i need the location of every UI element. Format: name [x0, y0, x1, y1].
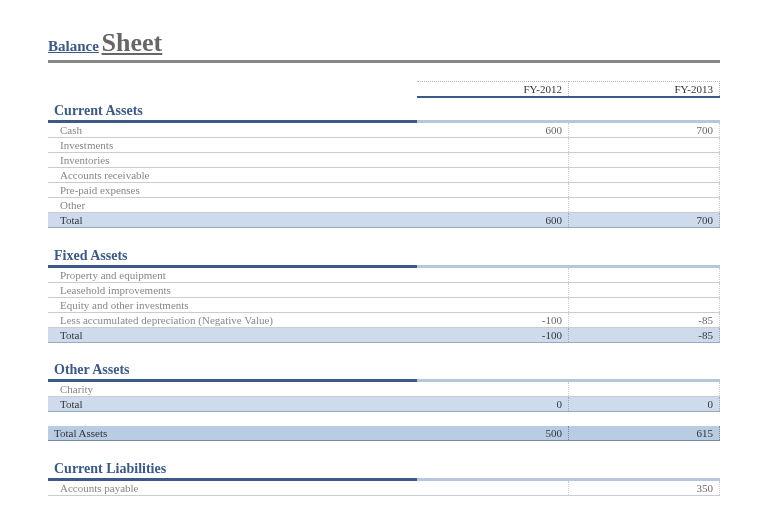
table-row: Accounts payable350 [48, 479, 720, 495]
total-row: Total00 [48, 397, 720, 412]
table-row: Inventories [48, 153, 720, 168]
table-row: Leasehold improvements [48, 282, 720, 297]
year-2: FY-2013 [568, 82, 719, 98]
section-other-assets: Other Assets [48, 356, 720, 381]
table-row: Other [48, 198, 720, 213]
table-row: Equity and other investments [48, 297, 720, 312]
total-row: Total600700 [48, 213, 720, 228]
title-small: Balance [48, 38, 99, 54]
section-current-assets: Current Assets [48, 97, 720, 122]
page-title: Balance Sheet [48, 28, 720, 63]
year-header-row: FY-2012 FY-2013 [48, 82, 720, 98]
table-row: Less accumulated depreciation (Negative … [48, 312, 720, 327]
table-row: Investments [48, 138, 720, 153]
total-row: Total-100-85 [48, 327, 720, 342]
total-assets-row: Total Assets 500 615 [48, 426, 720, 441]
title-big: Sheet [102, 28, 163, 57]
table-row: Property and equipment [48, 266, 720, 282]
table-row: Cash600700 [48, 122, 720, 138]
table-row: Accounts receivable [48, 168, 720, 183]
table-row: Charity [48, 381, 720, 397]
year-1: FY-2012 [417, 82, 568, 98]
section-current-liabilities: Current Liabilities [48, 455, 720, 480]
section-fixed-assets: Fixed Assets [48, 242, 720, 267]
balance-sheet-table: FY-2012 FY-2013 Current Assets Cash60070… [48, 81, 720, 496]
table-row: Pre-paid expenses [48, 183, 720, 198]
